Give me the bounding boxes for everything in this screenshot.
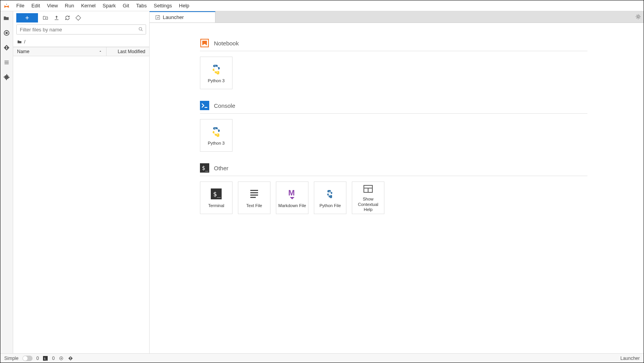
filebrowser-header: Name Last Modified (13, 47, 149, 56)
card-label: Python 3 (208, 78, 224, 83)
console-section-icon (200, 101, 209, 110)
notebook-section-icon (200, 38, 209, 48)
svg-point-44 (61, 358, 62, 359)
text-file-icon (247, 187, 261, 201)
menu-kernel[interactable]: Kernel (77, 1, 99, 10)
new-launcher-button[interactable] (16, 13, 38, 22)
menu-settings[interactable]: Settings (150, 1, 176, 10)
card-markdown-file[interactable]: Markdown File (276, 182, 308, 214)
section-title: Console (214, 102, 235, 109)
column-name[interactable]: Name (13, 47, 107, 56)
breadcrumb[interactable]: / (13, 37, 149, 47)
menu-file[interactable]: File (13, 1, 28, 10)
menu-run[interactable]: Run (61, 1, 77, 10)
simple-label: Simple (4, 356, 19, 361)
markdown-icon (285, 187, 299, 201)
git-status-icon[interactable] (68, 356, 73, 361)
launcher-tab-icon (155, 15, 160, 20)
card-label: Markdown File (278, 203, 306, 208)
menu-tabs[interactable]: Tabs (133, 1, 150, 10)
menu-help[interactable]: Help (176, 1, 193, 10)
folder-icon[interactable] (3, 14, 10, 22)
column-name-label: Name (17, 49, 29, 54)
menu-git[interactable]: Git (119, 1, 133, 10)
filebrowser-toolbar (13, 11, 149, 24)
card-label: Text File (246, 203, 262, 208)
card-label: Python 3 (208, 141, 224, 146)
simple-toggle[interactable] (22, 356, 33, 361)
card-text-file[interactable]: Text File (238, 182, 270, 214)
folder-icon (17, 39, 22, 45)
card-terminal[interactable]: Terminal (200, 182, 232, 214)
breadcrumb-root: / (24, 39, 26, 45)
menu-view[interactable]: View (43, 1, 61, 10)
contextual-help-icon (361, 183, 375, 194)
status-mode: Launcher (620, 356, 640, 361)
card-notebook-python3[interactable]: Python 3 (200, 57, 232, 89)
card-label: Show Contextual Help (354, 197, 382, 212)
upload-icon[interactable] (53, 15, 60, 21)
tab-label: Launcher (163, 14, 184, 20)
tab-launcher[interactable]: Launcher (150, 11, 215, 22)
section-other: Other Terminal Text File Markdown File (200, 163, 587, 214)
card-label: Python File (319, 203, 341, 208)
section-title: Notebook (214, 40, 239, 47)
status-count-1: 0 (36, 356, 39, 361)
terminal-icon (209, 187, 223, 201)
card-contextual-help[interactable]: Show Contextual Help (352, 182, 384, 214)
git-icon[interactable] (3, 44, 10, 52)
file-listing (13, 56, 149, 353)
terminal-status-icon[interactable] (43, 356, 48, 361)
work-area: Launcher Notebook Python 3 (150, 11, 644, 353)
card-console-python3[interactable]: Python 3 (200, 119, 232, 152)
filebrowser-filter (13, 24, 149, 37)
new-folder-icon[interactable] (43, 15, 49, 21)
column-modified[interactable]: Last Modified (107, 49, 149, 54)
section-title: Other (214, 165, 229, 171)
status-bar: Simple 0 0 Launcher (0, 353, 644, 363)
search-icon (138, 26, 143, 33)
python-icon (209, 62, 223, 76)
section-notebook: Notebook Python 3 (200, 38, 587, 89)
menubar: File Edit View Run Kernel Spark Git Tabs… (0, 0, 644, 11)
status-count-2: 0 (52, 356, 55, 361)
running-icon[interactable] (3, 29, 10, 37)
filter-input[interactable] (17, 25, 146, 34)
git-pull-icon[interactable] (75, 15, 81, 21)
sort-caret-icon (98, 49, 102, 54)
settings-gear-icon[interactable] (635, 14, 641, 21)
tab-bar: Launcher (150, 11, 644, 23)
refresh-icon[interactable] (64, 15, 71, 21)
other-section-icon (200, 163, 209, 173)
launcher-panel: Notebook Python 3 Console (150, 23, 644, 353)
python-file-icon (323, 187, 337, 201)
jupyter-logo-icon (3, 2, 10, 10)
extensions-icon[interactable] (3, 73, 10, 81)
toc-icon[interactable] (3, 59, 10, 66)
card-label: Terminal (208, 203, 224, 208)
python-icon (209, 124, 223, 138)
card-python-file[interactable]: Python File (314, 182, 346, 214)
menu-edit[interactable]: Edit (28, 1, 43, 10)
file-browser: / Name Last Modified (13, 11, 150, 353)
menu-spark[interactable]: Spark (99, 1, 119, 10)
kernel-status-icon[interactable] (59, 356, 64, 361)
section-console: Console Python 3 (200, 101, 587, 152)
main-area: / Name Last Modified Launcher Note (0, 11, 644, 353)
activity-bar (0, 11, 13, 353)
